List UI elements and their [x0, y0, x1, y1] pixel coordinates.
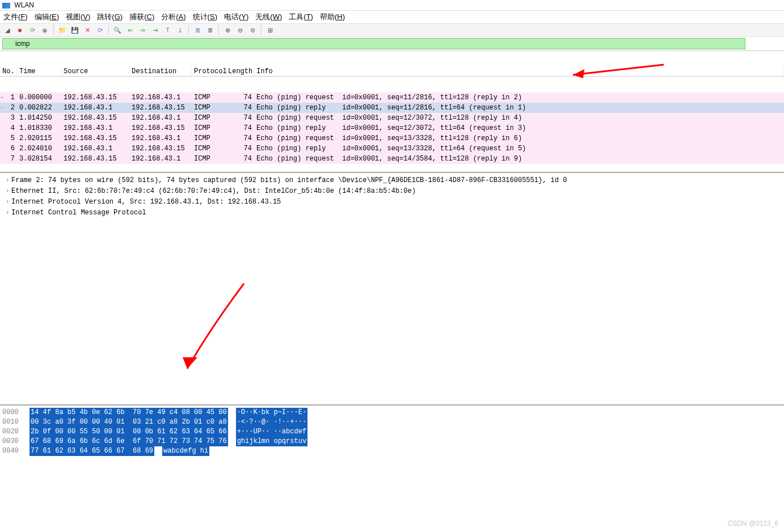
hex-row[interactable]: 000014 4f 8a b5 4b 0e 62 6b 70 7e 49 c4 … — [2, 408, 782, 417]
menu-item[interactable]: 捕获(C) — [129, 12, 154, 22]
restart-icon[interactable]: ⟳ — [27, 25, 37, 35]
menu-item[interactable]: 跳转(G) — [97, 12, 123, 22]
menu-item[interactable]: 工具(T) — [289, 12, 313, 22]
auto-scroll-icon[interactable]: ≣ — [192, 25, 203, 35]
separator — [261, 26, 262, 35]
menu-item[interactable]: 帮助(H) — [320, 12, 345, 22]
separator — [218, 26, 219, 35]
menu-item[interactable]: 电话(Y) — [224, 12, 248, 22]
col-time[interactable]: Time — [17, 67, 61, 76]
window-title: WLAN — [14, 1, 34, 9]
prev-icon[interactable]: ⇐ — [125, 25, 135, 35]
close-icon[interactable]: ✕ — [82, 25, 92, 35]
jump-icon[interactable]: ⇥ — [150, 25, 160, 35]
packet-details-pane[interactable]: ›Frame 2: 74 bytes on wire (592 bits), 7… — [0, 172, 784, 404]
next-icon[interactable]: ⇒ — [137, 25, 147, 35]
packet-bytes-pane[interactable]: 000014 4f 8a b5 4b 0e 62 6b 70 7e 49 c4 … — [0, 404, 784, 458]
menu-item[interactable]: 无线(W) — [255, 12, 282, 22]
reload-icon[interactable]: ⟳ — [95, 25, 105, 35]
packet-row[interactable]: 41.018330192.168.43.1192.168.43.15ICMP74… — [0, 123, 784, 133]
folder-open-icon[interactable]: 📁 — [57, 25, 68, 35]
hex-row[interactable]: 00202b 0f 00 00 55 50 00 01 00 0b 61 62 … — [2, 427, 782, 437]
packet-row[interactable]: 31.014250192.168.43.15192.168.43.1ICMP74… — [0, 113, 784, 123]
title-bar: WLAN — [0, 0, 784, 11]
col-dst[interactable]: Destination — [129, 67, 192, 76]
filter-bar: ▮ — [0, 37, 784, 51]
watermark: CSDN @0123_6 — [727, 520, 778, 527]
col-proto[interactable]: Protocol — [192, 67, 226, 76]
menu-item[interactable]: 视图(V) — [66, 12, 90, 22]
col-info[interactable]: Info — [254, 67, 784, 76]
zoom-reset-icon[interactable]: ⊜ — [247, 25, 258, 35]
tree-item[interactable]: ›Ethernet II, Src: 62:6b:70:7e:49:c4 (62… — [3, 186, 781, 197]
expand-icon[interactable]: › — [3, 175, 11, 186]
packet-list-header: No. Time Source Destination Protocol Len… — [0, 67, 784, 77]
packet-row[interactable]: 52.020115192.168.43.15192.168.43.1ICMP74… — [0, 133, 784, 143]
shark-fin-icon[interactable]: ◢ — [2, 25, 12, 35]
packet-row[interactable]: ←20.002822192.168.43.1192.168.43.15ICMP7… — [0, 103, 784, 113]
app-icon — [2, 3, 10, 9]
col-len[interactable]: Length — [226, 67, 254, 76]
menu-item[interactable]: 统计(S) — [193, 12, 217, 22]
menu-item[interactable]: 分析(A) — [161, 12, 186, 22]
hex-row[interactable]: 001000 3c a0 3f 00 00 40 01 03 21 c0 a8 … — [2, 417, 782, 427]
toolbar: ◢ ■ ⟳ ◉ 📁 💾 ✕ ⟳ 🔍 ⇐ ⇒ ⇥ ⤒ ⤓ ≣ ≣ ⊕ ⊖ ⊜ ⊞ — [0, 23, 784, 37]
col-no[interactable]: No. — [0, 67, 17, 76]
hex-row[interactable]: 004077 61 62 63 64 65 66 67 68 69wabcdef… — [2, 446, 782, 456]
stop-icon[interactable]: ■ — [15, 25, 25, 35]
find-icon[interactable]: 🔍 — [112, 25, 123, 35]
hex-row[interactable]: 003067 68 69 6a 6b 6c 6d 6e 6f 70 71 72 … — [2, 437, 782, 446]
options-icon[interactable]: ◉ — [40, 25, 50, 35]
resize-cols-icon[interactable]: ⊞ — [265, 25, 275, 35]
colorize-icon[interactable]: ≣ — [205, 25, 215, 35]
separator — [53, 26, 54, 35]
packet-list-pane[interactable]: No. Time Source Destination Protocol Len… — [0, 51, 784, 172]
zoom-out-icon[interactable]: ⊖ — [235, 25, 245, 35]
separator — [108, 26, 109, 35]
expand-icon[interactable]: › — [3, 208, 11, 218]
menu-bar: 文件(F)编辑(E)视图(V)跳转(G)捕获(C)分析(A)统计(S)电话(Y)… — [0, 11, 784, 23]
packet-row[interactable]: 62.024010192.168.43.1192.168.43.15ICMP74… — [0, 143, 784, 154]
save-icon[interactable]: 💾 — [70, 25, 80, 35]
col-src[interactable]: Source — [61, 67, 129, 76]
menu-item[interactable]: 编辑(E) — [35, 12, 59, 22]
menu-item[interactable]: 文件(F) — [3, 12, 28, 22]
expand-icon[interactable]: › — [3, 197, 11, 208]
tree-item[interactable]: ›Internet Control Message Protocol — [3, 208, 781, 218]
separator — [188, 26, 189, 35]
tree-item[interactable]: ›Internet Protocol Version 4, Src: 192.1… — [3, 197, 781, 208]
display-filter-input[interactable] — [2, 38, 745, 49]
packet-row[interactable]: 73.028154192.168.43.15192.168.43.1ICMP74… — [0, 154, 784, 164]
zoom-in-icon[interactable]: ⊕ — [222, 25, 233, 35]
go-last-icon[interactable]: ⤓ — [175, 25, 185, 35]
expand-icon[interactable]: › — [3, 186, 11, 197]
tree-item[interactable]: ›Frame 2: 74 bytes on wire (592 bits), 7… — [3, 175, 781, 186]
packet-row[interactable]: →10.000000192.168.43.15192.168.43.1ICMP7… — [0, 92, 784, 103]
go-first-icon[interactable]: ⤒ — [162, 25, 172, 35]
